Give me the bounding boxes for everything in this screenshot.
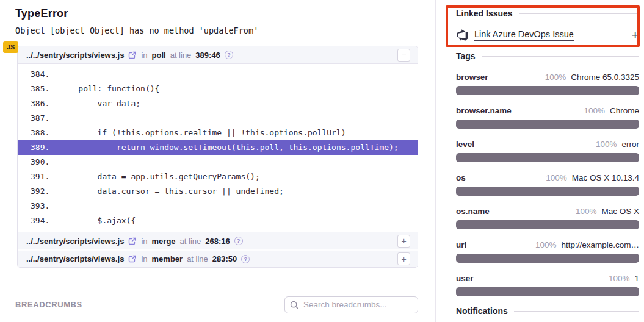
frame-file-path: ../../sentry/scripts/views.js (26, 51, 124, 60)
frame-function-name: member (152, 254, 183, 263)
breadcrumbs-search (284, 296, 418, 313)
line-number: 390. (18, 155, 59, 170)
line-code: return window.setTimeout(this.poll, this… (59, 140, 399, 155)
stack-frame-header-merge[interactable]: ../../sentry/scripts/views.js in merge a… (18, 232, 418, 249)
tags-heading: Tags (456, 51, 639, 62)
question-icon[interactable]: ? (225, 51, 233, 59)
source-context: 384. 385. poll: function(){ 386. var dat… (18, 64, 418, 232)
tag-row-os: os100%Mac OS X 10.13.4 (456, 173, 639, 196)
line-code: data.cursor = this.cursor || undefined; (59, 184, 284, 199)
tag-row-browser-name: browser.name100%Chrome (456, 106, 639, 129)
tag-value: Chrome 65.0.3325 (571, 73, 639, 82)
tag-value: Mac OS X 10.13.4 (572, 173, 639, 183)
question-icon[interactable]: ? (241, 255, 250, 263)
code-line: 388. if (!this.options.realtime || !this… (18, 126, 418, 140)
line-code: $.ajax({ (59, 213, 136, 228)
open-in-new-icon[interactable] (128, 255, 136, 263)
notifications-heading: Notifications (456, 306, 639, 317)
line-code: poll: function(){ (59, 82, 159, 96)
code-line: 385. poll: function(){ (18, 82, 418, 96)
search-breadcrumbs-input[interactable] (284, 296, 418, 313)
code-line-highlighted: 389. return window.setTimeout(this.poll,… (18, 140, 418, 155)
heading-rule (514, 311, 639, 312)
tag-key: os.name (456, 207, 490, 216)
tag-distribution-bar[interactable] (456, 120, 639, 129)
link-azure-devops-issue-link[interactable]: Link Azure DevOps Issue (474, 29, 574, 41)
linked-issues-heading: Linked Issues (456, 9, 639, 19)
line-number: 394. (18, 213, 59, 228)
tag-percent: 100% (584, 106, 605, 116)
linked-issues-title: Linked Issues (456, 9, 513, 19)
sidebar: Linked Issues Link Azure DevOps Issue + … (436, 0, 644, 322)
tag-distribution-bar[interactable] (456, 287, 639, 296)
collapse-frame-button[interactable]: − (397, 49, 410, 62)
tag-distribution-bar[interactable] (456, 153, 639, 162)
frame-at-label: at line (187, 254, 208, 263)
tag-percent: 100% (576, 207, 597, 216)
line-number: 387. (18, 111, 59, 126)
add-linked-issue-button[interactable]: + (631, 29, 639, 41)
tag-percent: 100% (596, 140, 617, 149)
frame-file-path: ../../sentry/scripts/views.js (26, 254, 124, 263)
tag-key: url (456, 240, 466, 250)
tag-row-browser: browser100%Chrome 65.0.3325 (456, 73, 639, 95)
stack-frame-header-poll[interactable]: ../../sentry/scripts/views.js in poll at… (18, 46, 418, 64)
breadcrumbs-section-header: BREADCRUMBS (0, 287, 436, 322)
line-code: if (!this.options.realtime || !this.opti… (59, 126, 346, 140)
tag-percent: 100% (545, 73, 566, 82)
error-type-title: TypeError (15, 7, 435, 20)
frame-at-label: at line (180, 237, 201, 246)
heading-rule (519, 13, 639, 14)
code-line: 394. $.ajax({ (18, 213, 418, 228)
expand-frame-button[interactable]: + (397, 235, 410, 248)
code-line: 392. data.cursor = this.cursor || undefi… (18, 184, 418, 199)
line-number: 385. (18, 82, 59, 96)
frame-function-name: merge (152, 237, 176, 246)
tag-distribution-bar[interactable] (456, 187, 639, 196)
expand-frame-button[interactable]: + (397, 252, 410, 265)
open-in-new-icon[interactable] (128, 51, 136, 59)
error-message: Object [object Object] has no method 'up… (15, 26, 435, 35)
breadcrumbs-title: BREADCRUMBS (15, 300, 82, 309)
notifications-title: Notifications (456, 306, 508, 317)
frame-line-number: 283:50 (212, 254, 237, 263)
open-in-new-icon[interactable] (128, 237, 136, 245)
tag-value: 1 (634, 274, 639, 284)
platform-js-badge: JS (3, 41, 18, 53)
tag-row-url: url100%http://example.com… (456, 240, 639, 263)
tag-row-os-name: os.name100%Mac OS X (456, 207, 639, 229)
tag-key: browser (456, 73, 488, 82)
tag-key: os (456, 173, 466, 183)
tag-distribution-bar[interactable] (456, 86, 639, 95)
tag-percent: 100% (535, 240, 557, 250)
code-line: 390. (18, 155, 418, 170)
tag-key: user (456, 274, 474, 284)
line-number: 391. (18, 170, 59, 184)
question-icon[interactable]: ? (234, 237, 243, 245)
frame-in-label: in (141, 254, 147, 263)
link-azure-devops-row: Link Azure DevOps Issue + (456, 27, 639, 43)
tag-value: Mac OS X (601, 207, 639, 216)
frame-at-label: at line (170, 51, 192, 60)
code-line: 391. data = app.utils.getQueryParams(); (18, 170, 418, 184)
frame-in-label: in (141, 237, 147, 246)
code-line: 393. (18, 199, 418, 213)
tag-percent: 100% (609, 274, 630, 284)
line-number: 393. (18, 199, 59, 213)
tag-distribution-bar[interactable] (456, 254, 639, 263)
main-column: TypeError Object [object Object] has no … (0, 0, 436, 322)
line-number: 392. (18, 184, 59, 199)
code-line: 387. (18, 111, 418, 126)
line-number: 384. (18, 67, 59, 82)
line-code: data = app.utils.getQueryParams(); (59, 170, 260, 184)
tag-distribution-bar[interactable] (456, 220, 639, 229)
tag-value: Chrome (610, 106, 639, 116)
frame-line-number: 389:46 (195, 51, 220, 60)
tag-row-user: user100%1 (456, 274, 639, 296)
tags-title: Tags (456, 51, 476, 62)
stack-frame-header-member[interactable]: ../../sentry/scripts/views.js in member … (18, 249, 418, 267)
line-code: var data; (59, 96, 140, 111)
code-line: 384. (18, 67, 418, 82)
heading-rule (482, 56, 639, 57)
frame-line-number: 268:16 (205, 237, 230, 246)
